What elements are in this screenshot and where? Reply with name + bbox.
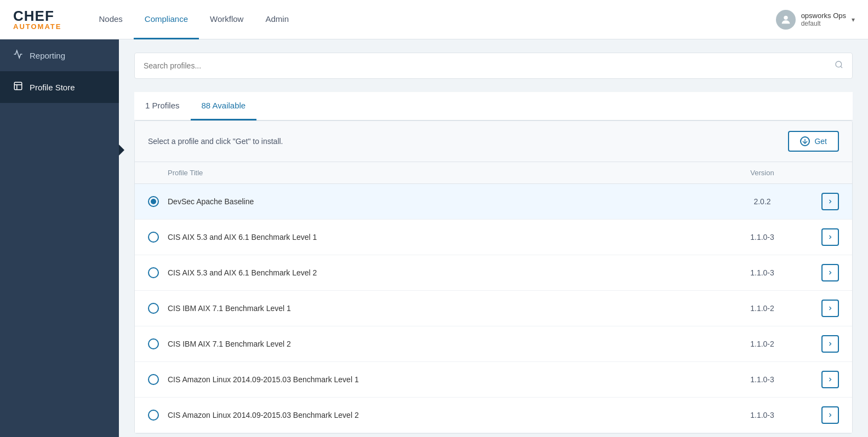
nav-link-admin[interactable]: Admin: [254, 0, 300, 39]
table-row[interactable]: CIS AIX 5.3 and AIX 6.1 Benchmark Level …: [135, 220, 852, 255]
profile-detail-button[interactable]: [821, 264, 839, 281]
col-header-version: Version: [718, 169, 806, 177]
profile-detail-button[interactable]: [821, 193, 839, 210]
profile-name: CIS Amazon Linux 2014.09-2015.03 Benchma…: [168, 375, 718, 384]
radio-col: [148, 267, 159, 278]
profile-version: 1.1.0-3: [718, 411, 806, 419]
user-info: opsworks Ops default: [801, 12, 846, 27]
sidebar-active-arrow: [119, 145, 124, 156]
table-row[interactable]: CIS IBM AIX 7.1 Benchmark Level 2 1.1.0-…: [135, 326, 852, 362]
radio-button[interactable]: [148, 338, 159, 349]
user-org: default: [801, 20, 821, 27]
user-menu[interactable]: opsworks Ops default ▾: [776, 10, 855, 30]
sidebar-item-profile-store[interactable]: Profile Store: [0, 71, 119, 103]
nav-links: Nodes Compliance Workflow Admin: [88, 0, 775, 39]
logo: CHEF AUTOMATE: [13, 9, 61, 30]
nav-link-nodes[interactable]: Nodes: [88, 0, 133, 39]
profile-action: [806, 228, 839, 246]
col-header-profile-title: Profile Title: [168, 169, 718, 177]
profile-detail-button[interactable]: [821, 300, 839, 317]
profile-name: CIS AIX 5.3 and AIX 6.1 Benchmark Level …: [168, 233, 718, 242]
table-header: Profile Title Version: [135, 162, 852, 184]
profile-version: 1.1.0-3: [718, 233, 806, 242]
info-text: Select a profile and click "Get" to inst…: [148, 137, 283, 146]
radio-col: [148, 303, 159, 314]
profile-version: 2.0.2: [718, 197, 806, 206]
get-download-icon: [800, 136, 810, 146]
radio-col: [148, 196, 159, 207]
profile-name: CIS Amazon Linux 2014.09-2015.03 Benchma…: [168, 411, 718, 419]
radio-button[interactable]: [148, 410, 159, 421]
logo-chef: CHEF: [13, 9, 61, 23]
profile-action: [806, 264, 839, 281]
top-navigation: CHEF AUTOMATE Nodes Compliance Workflow …: [0, 0, 868, 39]
profile-name: CIS IBM AIX 7.1 Benchmark Level 2: [168, 340, 718, 348]
nav-link-workflow[interactable]: Workflow: [199, 0, 254, 39]
avatar: [776, 10, 796, 30]
radio-col: [148, 338, 159, 349]
nav-link-compliance[interactable]: Compliance: [134, 0, 199, 39]
search-bar: [134, 53, 853, 79]
sidebar-item-reporting[interactable]: Reporting: [0, 39, 119, 71]
profile-name: DevSec Apache Baseline: [168, 197, 718, 206]
tabs: 1 Profiles 88 Available: [134, 92, 853, 120]
profile-version: 1.1.0-3: [718, 375, 806, 384]
table-row[interactable]: CIS Amazon Linux 2014.09-2015.03 Benchma…: [135, 362, 852, 398]
svg-point-0: [784, 15, 787, 19]
radio-button[interactable]: [148, 196, 159, 207]
sidebar-item-profile-store-label: Profile Store: [30, 83, 75, 92]
profiles-container: Select a profile and click "Get" to inst…: [134, 120, 853, 434]
table-row[interactable]: CIS Amazon Linux 2014.09-2015.03 Benchma…: [135, 398, 852, 433]
radio-button[interactable]: [148, 267, 159, 278]
profile-detail-button[interactable]: [821, 335, 839, 353]
radio-button[interactable]: [148, 303, 159, 314]
radio-button[interactable]: [148, 374, 159, 385]
table-row[interactable]: CIS IBM AIX 7.1 Benchmark Level 1 1.1.0-…: [135, 291, 852, 326]
get-button-label: Get: [814, 137, 827, 146]
sidebar-item-reporting-label: Reporting: [30, 51, 65, 60]
svg-line-5: [841, 66, 842, 68]
profile-version: 1.1.0-2: [718, 304, 806, 313]
tab-profiles[interactable]: 1 Profiles: [134, 92, 191, 120]
user-name: opsworks Ops: [801, 12, 846, 20]
svg-point-4: [836, 61, 842, 67]
svg-rect-1: [14, 82, 22, 90]
profile-action: [806, 335, 839, 353]
table-row[interactable]: CIS AIX 5.3 and AIX 6.1 Benchmark Level …: [135, 255, 852, 291]
profile-version: 1.1.0-2: [718, 340, 806, 348]
radio-col: [148, 410, 159, 421]
profile-detail-button[interactable]: [821, 406, 839, 424]
search-icon: [835, 60, 843, 71]
profile-detail-button[interactable]: [821, 228, 839, 246]
chevron-down-icon: ▾: [852, 16, 855, 24]
profile-list: DevSec Apache Baseline 2.0.2 CIS AIX 5.3…: [135, 184, 852, 433]
profile-name: CIS IBM AIX 7.1 Benchmark Level 1: [168, 304, 718, 313]
profile-action: [806, 406, 839, 424]
profile-store-icon: [13, 81, 23, 93]
radio-col: [148, 232, 159, 243]
profile-detail-button[interactable]: [821, 371, 839, 388]
profile-action: [806, 371, 839, 388]
radio-col: [148, 374, 159, 385]
tab-available[interactable]: 88 Available: [191, 92, 257, 120]
get-button[interactable]: Get: [788, 131, 839, 152]
logo-automate: AUTOMATE: [13, 23, 61, 30]
main-content: 1 Profiles 88 Available Select a profile…: [119, 39, 868, 437]
profile-action: [806, 193, 839, 210]
search-input[interactable]: [144, 61, 835, 70]
info-bar: Select a profile and click "Get" to inst…: [135, 121, 852, 162]
profile-name: CIS AIX 5.3 and AIX 6.1 Benchmark Level …: [168, 268, 718, 277]
layout: Reporting Profile Store 1 Pro: [0, 39, 868, 437]
table-row[interactable]: DevSec Apache Baseline 2.0.2: [135, 184, 852, 220]
profile-action: [806, 300, 839, 317]
profile-version: 1.1.0-3: [718, 268, 806, 277]
sidebar: Reporting Profile Store: [0, 39, 119, 437]
reporting-icon: [13, 49, 23, 61]
radio-button[interactable]: [148, 232, 159, 243]
